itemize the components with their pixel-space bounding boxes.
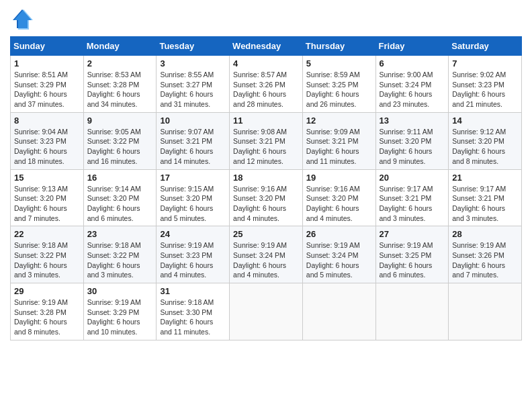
weekday-header: Thursday xyxy=(302,37,375,56)
calendar-cell: 6Sunrise: 9:00 AMSunset: 3:24 PMDaylight… xyxy=(375,56,449,113)
cell-info: Sunrise: 8:51 AMSunset: 3:29 PMDaylight:… xyxy=(14,70,80,109)
logo xyxy=(10,7,37,31)
cell-info: Sunrise: 8:57 AMSunset: 3:26 PMDaylight:… xyxy=(233,70,299,109)
cell-info: Sunrise: 9:15 AMSunset: 3:20 PMDaylight:… xyxy=(160,184,226,224)
weekday-header: Monday xyxy=(83,37,157,56)
cell-info: Sunrise: 9:13 AMSunset: 3:20 PMDaylight:… xyxy=(14,184,80,224)
calendar-week-row: 1Sunrise: 8:51 AMSunset: 3:29 PMDaylight… xyxy=(11,56,522,113)
calendar-cell: 1Sunrise: 8:51 AMSunset: 3:29 PMDaylight… xyxy=(11,56,84,113)
calendar-cell: 25Sunrise: 9:19 AMSunset: 3:24 PMDayligh… xyxy=(230,226,303,283)
cell-info: Sunrise: 9:19 AMSunset: 3:25 PMDaylight:… xyxy=(380,240,445,280)
calendar-cell: 4Sunrise: 8:57 AMSunset: 3:26 PMDaylight… xyxy=(230,56,303,113)
weekday-header: Sunday xyxy=(11,37,84,56)
calendar-cell: 21Sunrise: 9:17 AMSunset: 3:21 PMDayligh… xyxy=(449,169,522,226)
calendar-cell: 30Sunrise: 9:19 AMSunset: 3:29 PMDayligh… xyxy=(83,283,157,340)
cell-day-number: 7 xyxy=(452,58,518,68)
cell-day-number: 28 xyxy=(452,229,518,239)
calendar-cell xyxy=(375,283,449,340)
cell-info: Sunrise: 9:05 AMSunset: 3:22 PMDaylight:… xyxy=(87,127,153,167)
calendar-cell: 17Sunrise: 9:15 AMSunset: 3:20 PMDayligh… xyxy=(157,169,230,226)
calendar-cell: 28Sunrise: 9:19 AMSunset: 3:26 PMDayligh… xyxy=(449,226,522,283)
cell-day-number: 13 xyxy=(380,116,445,126)
cell-info: Sunrise: 9:17 AMSunset: 3:21 PMDaylight:… xyxy=(380,184,445,224)
cell-info: Sunrise: 9:08 AMSunset: 3:21 PMDaylight:… xyxy=(233,127,299,167)
calendar-cell: 31Sunrise: 9:18 AMSunset: 3:30 PMDayligh… xyxy=(157,283,230,340)
calendar-cell: 9Sunrise: 9:05 AMSunset: 3:22 PMDaylight… xyxy=(83,112,157,169)
cell-day-number: 27 xyxy=(380,229,445,239)
cell-day-number: 10 xyxy=(160,116,226,126)
weekday-header: Wednesday xyxy=(230,37,303,56)
cell-info: Sunrise: 9:18 AMSunset: 3:22 PMDaylight:… xyxy=(14,240,80,280)
calendar-cell: 26Sunrise: 9:19 AMSunset: 3:24 PMDayligh… xyxy=(302,226,375,283)
calendar-week-row: 29Sunrise: 9:19 AMSunset: 3:28 PMDayligh… xyxy=(11,283,522,340)
calendar-cell: 12Sunrise: 9:09 AMSunset: 3:21 PMDayligh… xyxy=(302,112,375,169)
cell-day-number: 3 xyxy=(160,58,226,68)
cell-info: Sunrise: 9:18 AMSunset: 3:22 PMDaylight:… xyxy=(87,240,153,280)
cell-info: Sunrise: 8:55 AMSunset: 3:27 PMDaylight:… xyxy=(160,70,226,109)
calendar-cell: 24Sunrise: 9:19 AMSunset: 3:23 PMDayligh… xyxy=(157,226,230,283)
cell-info: Sunrise: 9:14 AMSunset: 3:20 PMDaylight:… xyxy=(87,184,153,224)
calendar-cell: 23Sunrise: 9:18 AMSunset: 3:22 PMDayligh… xyxy=(83,226,157,283)
cell-info: Sunrise: 9:18 AMSunset: 3:30 PMDaylight:… xyxy=(160,298,226,337)
calendar-header-row: SundayMondayTuesdayWednesdayThursdayFrid… xyxy=(11,37,522,56)
cell-info: Sunrise: 9:11 AMSunset: 3:20 PMDaylight:… xyxy=(380,127,445,167)
cell-info: Sunrise: 9:02 AMSunset: 3:23 PMDaylight:… xyxy=(452,70,518,109)
cell-info: Sunrise: 9:00 AMSunset: 3:24 PMDaylight:… xyxy=(380,70,445,109)
calendar-cell: 8Sunrise: 9:04 AMSunset: 3:23 PMDaylight… xyxy=(11,112,84,169)
cell-day-number: 20 xyxy=(380,173,445,183)
calendar-cell: 19Sunrise: 9:16 AMSunset: 3:20 PMDayligh… xyxy=(302,169,375,226)
cell-info: Sunrise: 9:19 AMSunset: 3:28 PMDaylight:… xyxy=(14,298,80,337)
page-header xyxy=(10,7,522,31)
cell-day-number: 18 xyxy=(233,173,299,183)
cell-day-number: 5 xyxy=(306,58,372,68)
cell-day-number: 26 xyxy=(306,229,372,239)
cell-day-number: 6 xyxy=(380,58,445,68)
cell-info: Sunrise: 9:17 AMSunset: 3:21 PMDaylight:… xyxy=(452,184,518,224)
cell-day-number: 1 xyxy=(14,58,80,68)
calendar-table: SundayMondayTuesdayWednesdayThursdayFrid… xyxy=(10,36,522,340)
calendar-cell: 2Sunrise: 8:53 AMSunset: 3:28 PMDaylight… xyxy=(83,56,157,113)
logo-icon xyxy=(10,7,34,31)
cell-info: Sunrise: 9:12 AMSunset: 3:20 PMDaylight:… xyxy=(452,127,518,167)
cell-info: Sunrise: 9:19 AMSunset: 3:24 PMDaylight:… xyxy=(306,240,372,280)
cell-info: Sunrise: 8:53 AMSunset: 3:28 PMDaylight:… xyxy=(87,70,153,109)
cell-day-number: 22 xyxy=(14,229,80,239)
calendar-cell: 5Sunrise: 8:59 AMSunset: 3:25 PMDaylight… xyxy=(302,56,375,113)
calendar-cell: 27Sunrise: 9:19 AMSunset: 3:25 PMDayligh… xyxy=(375,226,449,283)
cell-day-number: 19 xyxy=(306,173,372,183)
calendar-cell xyxy=(302,283,375,340)
weekday-header: Friday xyxy=(375,37,449,56)
calendar-week-row: 8Sunrise: 9:04 AMSunset: 3:23 PMDaylight… xyxy=(11,112,522,169)
calendar-cell xyxy=(449,283,522,340)
cell-day-number: 11 xyxy=(233,116,299,126)
calendar-cell: 18Sunrise: 9:16 AMSunset: 3:20 PMDayligh… xyxy=(230,169,303,226)
cell-day-number: 2 xyxy=(87,58,153,68)
cell-day-number: 12 xyxy=(306,116,372,126)
cell-day-number: 8 xyxy=(14,116,80,126)
cell-day-number: 25 xyxy=(233,229,299,239)
cell-day-number: 15 xyxy=(14,173,80,183)
cell-day-number: 9 xyxy=(87,116,153,126)
calendar-week-row: 22Sunrise: 9:18 AMSunset: 3:22 PMDayligh… xyxy=(11,226,522,283)
cell-info: Sunrise: 9:16 AMSunset: 3:20 PMDaylight:… xyxy=(306,184,372,224)
calendar-week-row: 15Sunrise: 9:13 AMSunset: 3:20 PMDayligh… xyxy=(11,169,522,226)
cell-info: Sunrise: 9:04 AMSunset: 3:23 PMDaylight:… xyxy=(14,127,80,167)
calendar-cell: 15Sunrise: 9:13 AMSunset: 3:20 PMDayligh… xyxy=(11,169,84,226)
weekday-header: Tuesday xyxy=(157,37,230,56)
cell-info: Sunrise: 9:19 AMSunset: 3:23 PMDaylight:… xyxy=(160,240,226,280)
calendar-cell: 22Sunrise: 9:18 AMSunset: 3:22 PMDayligh… xyxy=(11,226,84,283)
cell-info: Sunrise: 9:19 AMSunset: 3:29 PMDaylight:… xyxy=(87,298,153,337)
calendar-cell: 16Sunrise: 9:14 AMSunset: 3:20 PMDayligh… xyxy=(83,169,157,226)
cell-info: Sunrise: 9:16 AMSunset: 3:20 PMDaylight:… xyxy=(233,184,299,224)
calendar-cell: 29Sunrise: 9:19 AMSunset: 3:28 PMDayligh… xyxy=(11,283,84,340)
cell-info: Sunrise: 9:09 AMSunset: 3:21 PMDaylight:… xyxy=(306,127,372,167)
calendar-cell: 14Sunrise: 9:12 AMSunset: 3:20 PMDayligh… xyxy=(449,112,522,169)
weekday-header: Saturday xyxy=(449,37,522,56)
cell-day-number: 31 xyxy=(160,286,226,296)
cell-day-number: 30 xyxy=(87,286,153,296)
cell-day-number: 21 xyxy=(452,173,518,183)
calendar-cell xyxy=(230,283,303,340)
calendar-cell: 7Sunrise: 9:02 AMSunset: 3:23 PMDaylight… xyxy=(449,56,522,113)
calendar-cell: 11Sunrise: 9:08 AMSunset: 3:21 PMDayligh… xyxy=(230,112,303,169)
calendar-cell: 13Sunrise: 9:11 AMSunset: 3:20 PMDayligh… xyxy=(375,112,449,169)
